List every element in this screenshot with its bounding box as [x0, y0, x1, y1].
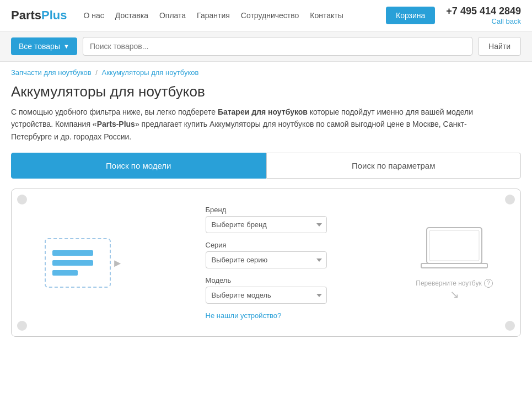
- cart-button[interactable]: Корзина: [386, 7, 435, 24]
- laptop-svg-icon: [418, 225, 490, 274]
- page-description: С помощью удобного фильтра ниже, вы легк…: [0, 106, 485, 153]
- all-goods-label: Все товары: [19, 42, 60, 51]
- model-select[interactable]: Выберите модель: [206, 287, 327, 304]
- svg-rect-2: [421, 263, 487, 268]
- not-found-link[interactable]: Не нашли устройство?: [206, 311, 327, 320]
- model-form: Бренд Выберите бренд Серия Выберите сери…: [206, 206, 327, 320]
- breadcrumb: Запчасти для ноутбуков / Аккумуляторы дл…: [0, 62, 532, 80]
- breadcrumb-item-2[interactable]: Аккумуляторы для ноутбуков: [101, 68, 198, 77]
- model-group: Модель Выберите модель: [206, 276, 327, 304]
- breadcrumb-item-1[interactable]: Запчасти для ноутбуков: [11, 68, 92, 77]
- search-input[interactable]: [83, 37, 472, 56]
- main-nav: О нас Доставка Оплата Гарантия Сотруднич…: [84, 11, 386, 20]
- series-label: Серия: [206, 241, 327, 249]
- model-label: Модель: [206, 276, 327, 284]
- model-search-panel: ► Бренд Выберите бренд Серия Выберите се…: [11, 189, 521, 337]
- search-button[interactable]: Найти: [478, 37, 521, 56]
- question-icon[interactable]: ?: [484, 279, 493, 288]
- svg-rect-1: [429, 230, 479, 261]
- nav-about[interactable]: О нас: [84, 11, 104, 20]
- desc-bold-1: Батареи для ноутбуков: [218, 107, 308, 116]
- logo-parts: Parts: [11, 8, 41, 23]
- desc-text-1: С помощью удобного фильтра ниже, вы легк…: [11, 107, 218, 116]
- svg-rect-0: [427, 228, 482, 263]
- nav-warranty[interactable]: Гарантия: [197, 11, 230, 20]
- flip-text: Переверните ноутбук ?: [416, 279, 492, 288]
- nav-cooperation[interactable]: Сотрудничество: [241, 11, 299, 20]
- corner-circle-tl: [17, 195, 27, 204]
- nav-delivery[interactable]: Доставка: [115, 11, 148, 20]
- corner-circle-tr: [505, 195, 515, 204]
- laptop-line-2: [52, 260, 93, 266]
- laptop-diagram-left: ►: [23, 238, 133, 288]
- logo-plus: Plus: [41, 8, 67, 23]
- phone-number: +7 495 414 2849: [446, 6, 521, 17]
- page-title: Аккумуляторы для ноутбуков: [0, 80, 532, 106]
- brand-select[interactable]: Выберите бренд: [206, 216, 327, 233]
- laptop-diagram-right: Переверните ноутбук ? ↙: [399, 225, 509, 301]
- flip-label: Переверните ноутбук: [416, 279, 481, 287]
- phone-block: +7 495 414 2849 Call back: [446, 6, 521, 25]
- header: Parts Plus О нас Доставка Оплата Гаранти…: [0, 0, 532, 31]
- laptop-line-3: [52, 270, 78, 276]
- laptop-line-1: [52, 250, 93, 256]
- brand-group: Бренд Выберите бренд: [206, 206, 327, 233]
- nav-payment[interactable]: Оплата: [159, 11, 186, 20]
- tab-model-search[interactable]: Поиск по модели: [11, 153, 266, 179]
- desc-bold-2: Parts-Plus: [97, 120, 135, 128]
- series-group: Серия Выберите серию: [206, 241, 327, 268]
- arrow-pointer-icon: ►: [112, 256, 123, 269]
- logo[interactable]: Parts Plus: [11, 8, 67, 23]
- tabs-row: Поиск по модели Поиск по параметрам: [0, 153, 532, 179]
- chevron-down-icon: ▼: [63, 43, 69, 50]
- search-bar: Все товары ▼ Найти: [0, 31, 532, 62]
- all-goods-button[interactable]: Все товары ▼: [11, 37, 77, 55]
- flip-arrow-icon: ↙: [450, 288, 459, 301]
- series-select[interactable]: Выберите серию: [206, 251, 327, 268]
- brand-label: Бренд: [206, 206, 327, 214]
- tab-param-search[interactable]: Поиск по параметрам: [266, 153, 522, 179]
- laptop-dashed-outline: [45, 238, 111, 288]
- corner-circle-br: [505, 321, 515, 331]
- corner-circle-bl: [17, 321, 27, 331]
- call-back-link[interactable]: Call back: [446, 17, 521, 25]
- nav-contacts[interactable]: Контакты: [310, 11, 343, 20]
- breadcrumb-separator: /: [95, 68, 99, 77]
